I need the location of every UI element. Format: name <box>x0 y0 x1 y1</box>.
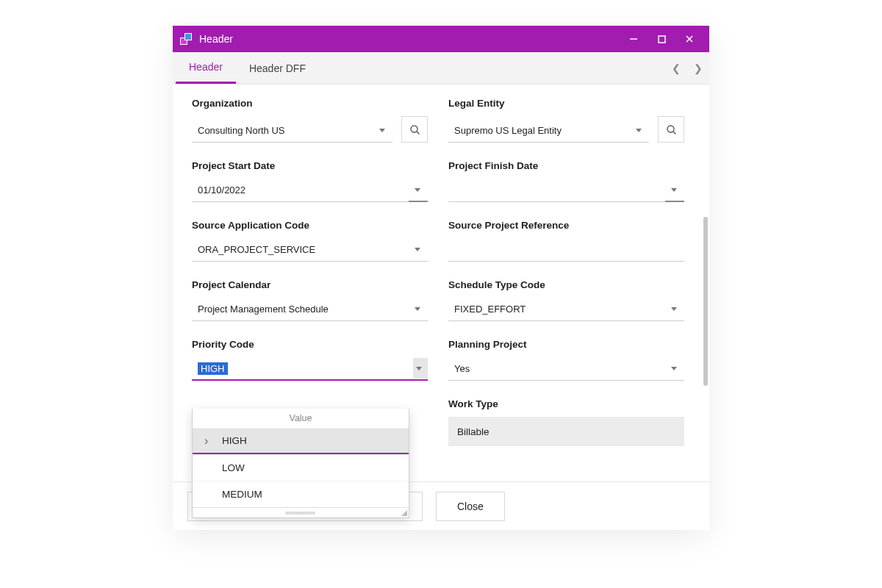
source-app-code-label: Source Application Code <box>192 220 428 231</box>
organization-label: Organization <box>192 98 428 109</box>
form-column-right: Legal Entity Supremo US Legal Entity Pro… <box>448 98 705 468</box>
scrollbar-thumb[interactable] <box>703 217 708 386</box>
svg-line-5 <box>417 132 420 135</box>
tab-strip: Header Header DFF ❮ ❯ <box>173 52 709 85</box>
chevron-down-icon <box>415 188 420 192</box>
dropdown-item-high[interactable]: HIGH <box>193 428 409 454</box>
search-icon <box>409 124 420 135</box>
chevron-down-icon <box>416 367 422 370</box>
priority-code-dropdown: Value HIGH LOW MEDIUM <box>192 409 409 518</box>
organization-select[interactable]: Consulting North US <box>192 119 392 143</box>
chevron-down-icon <box>636 129 642 132</box>
tab-header[interactable]: Header <box>176 52 236 84</box>
planning-project-label: Planning Project <box>448 339 684 350</box>
minimize-button[interactable] <box>620 26 648 52</box>
project-start-date-select[interactable]: 01/10/2022 <box>192 179 428 202</box>
priority-code-label: Priority Code <box>192 339 428 350</box>
close-window-button[interactable] <box>675 26 703 52</box>
tab-prev-button[interactable]: ❮ <box>665 52 687 84</box>
source-app-code-select[interactable]: ORA_PROJECT_SERVICE <box>192 238 428 262</box>
svg-point-6 <box>667 126 674 132</box>
source-project-ref-input[interactable] <box>448 238 684 262</box>
svg-point-4 <box>411 126 417 132</box>
source-project-ref-label: Source Project Reference <box>448 220 684 231</box>
app-icon <box>180 33 192 45</box>
svg-line-7 <box>673 132 676 135</box>
chevron-down-icon <box>671 188 677 192</box>
dropdown-resize-handle[interactable] <box>193 507 409 517</box>
chevron-down-icon <box>379 129 385 132</box>
titlebar: Header <box>173 26 709 52</box>
priority-code-select[interactable]: HIGH <box>192 357 428 381</box>
schedule-type-code-label: Schedule Type Code <box>448 279 684 290</box>
tab-next-button[interactable]: ❯ <box>687 52 709 84</box>
svg-rect-1 <box>659 36 665 43</box>
chevron-down-icon <box>415 248 420 251</box>
legal-entity-search-button[interactable] <box>658 116 684 143</box>
chevron-down-icon <box>415 307 420 311</box>
project-start-date-label: Project Start Date <box>192 160 428 171</box>
window-title: Header <box>199 33 233 45</box>
chevron-down-icon <box>671 367 677 370</box>
chevron-down-icon <box>671 307 677 311</box>
schedule-type-code-select[interactable]: FIXED_EFFORT <box>448 298 684 321</box>
tab-header-dff[interactable]: Header DFF <box>236 52 319 84</box>
organization-search-button[interactable] <box>401 116 428 143</box>
close-button[interactable]: Close <box>436 492 505 521</box>
dropdown-item-low[interactable]: LOW <box>193 454 409 481</box>
project-finish-date-label: Project Finish Date <box>448 160 684 171</box>
maximize-button[interactable] <box>648 26 675 52</box>
legal-entity-select[interactable]: Supremo US Legal Entity <box>448 119 649 143</box>
planning-project-select[interactable]: Yes <box>448 357 684 381</box>
vertical-scrollbar[interactable] <box>702 85 709 481</box>
work-type-value: Billable <box>448 417 684 446</box>
project-calendar-select[interactable]: Project Management Schedule <box>192 298 428 321</box>
dropdown-header: Value <box>193 409 409 428</box>
dropdown-item-medium[interactable]: MEDIUM <box>193 481 409 507</box>
search-icon <box>666 124 677 135</box>
project-finish-date-select[interactable] <box>448 179 684 202</box>
project-calendar-label: Project Calendar <box>192 279 428 290</box>
legal-entity-label: Legal Entity <box>448 98 684 109</box>
work-type-label: Work Type <box>448 398 684 409</box>
